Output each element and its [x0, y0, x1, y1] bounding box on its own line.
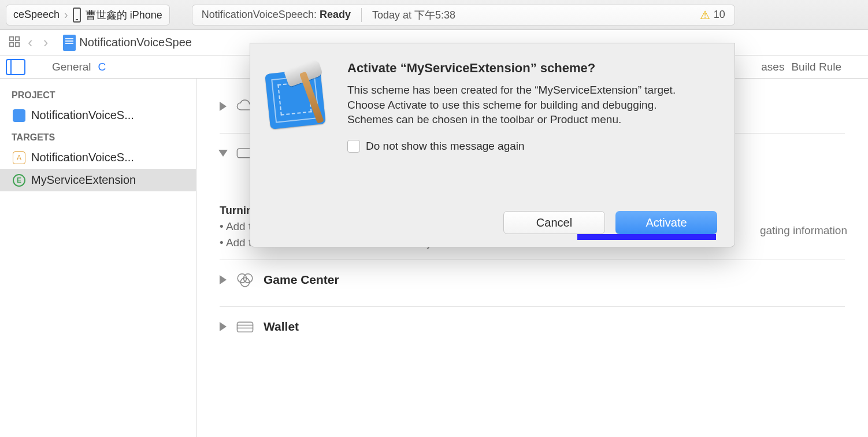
dialog-title: Activate “MyServiceExtension” scheme? — [347, 61, 717, 76]
tab-build-phases-partial[interactable]: ases — [758, 57, 788, 77]
forward-arrow-icon[interactable]: › — [40, 34, 52, 51]
sidebar-target-app[interactable]: A NotificationVoiceS... — [0, 146, 196, 169]
svg-rect-2 — [10, 42, 13, 46]
capability-label: Wallet — [264, 320, 299, 334]
app-target-icon: A — [13, 151, 25, 164]
chevron-right-icon: › — [64, 8, 68, 21]
sidebar-target-app-label: NotificationVoiceS... — [31, 151, 134, 164]
sidebar-header-project: PROJECT — [0, 84, 196, 104]
truncated-text: gating information — [760, 224, 847, 237]
divider — [220, 306, 845, 307]
tab-general[interactable]: General — [49, 57, 95, 77]
capability-wallet[interactable]: Wallet — [220, 310, 845, 343]
capability-game-center[interactable]: Game Center — [220, 264, 845, 296]
status-project: NotificationVoiceSpeech: — [202, 9, 317, 20]
cancel-button[interactable]: Cancel — [503, 211, 605, 234]
separator — [361, 8, 362, 22]
project-file-icon — [63, 35, 76, 51]
game-center-icon — [235, 269, 255, 290]
tab-capabilities-partial[interactable]: C — [95, 57, 110, 77]
sidebar-project-item[interactable]: NotificationVoiceS... — [0, 104, 196, 127]
activate-button[interactable]: Activate — [615, 211, 717, 234]
checkbox-label: Do not show this message again — [366, 140, 525, 153]
tab-build-rules[interactable]: Build Rule — [788, 57, 845, 77]
checkbox[interactable] — [347, 140, 360, 153]
warning-count: 10 — [714, 9, 725, 21]
dont-show-again-row[interactable]: Do not show this message again — [347, 140, 717, 153]
sidebar-project-label: NotificationVoiceS... — [31, 109, 134, 122]
activity-viewer[interactable]: NotificationVoiceSpeech: Ready Today at … — [192, 5, 735, 25]
back-arrow-icon[interactable]: ‹ — [24, 34, 36, 51]
scheme-name: ceSpeech — [13, 9, 60, 21]
scheme-selector[interactable]: ceSpeech › 曹世鑫的 iPhone — [6, 5, 170, 25]
disclosure-icon[interactable] — [220, 275, 227, 284]
disclosure-icon[interactable] — [220, 102, 227, 111]
disclosure-icon[interactable] — [220, 322, 227, 331]
warning-icon: ⚠︎ — [700, 8, 710, 22]
dialog-body-text: This scheme has been created for the “My… — [347, 83, 682, 127]
breadcrumb[interactable]: NotificationVoiceSpee — [79, 36, 192, 49]
outline-toggle-icon[interactable] — [6, 59, 25, 75]
svg-rect-3 — [16, 42, 19, 46]
divider — [220, 260, 845, 260]
svg-point-7 — [240, 278, 249, 287]
iphone-icon — [73, 8, 81, 23]
sidebar-target-extension[interactable]: E MyServiceExtension — [0, 169, 196, 191]
svg-rect-0 — [10, 36, 13, 40]
extension-target-icon: E — [13, 174, 25, 187]
project-icon — [13, 109, 25, 122]
status-time: Today at 下午5:38 — [372, 8, 455, 22]
related-items-icon[interactable] — [8, 35, 21, 50]
wallet-icon — [235, 316, 255, 337]
capability-label: Game Center — [264, 273, 339, 287]
focus-indicator — [577, 234, 716, 240]
toolbar: ceSpeech › 曹世鑫的 iPhone NotificationVoice… — [0, 0, 868, 30]
disclosure-icon[interactable] — [218, 150, 228, 157]
svg-rect-8 — [237, 322, 253, 332]
warning-indicator[interactable]: ⚠︎ 10 — [700, 8, 725, 22]
svg-point-6 — [243, 274, 252, 283]
device-name: 曹世鑫的 iPhone — [86, 8, 162, 22]
status-state: Ready — [320, 9, 351, 20]
project-sidebar: PROJECT NotificationVoiceS... TARGETS A … — [0, 79, 196, 437]
activate-scheme-dialog: Activate “MyServiceExtension” scheme? Th… — [250, 43, 735, 247]
svg-rect-1 — [16, 36, 19, 40]
sidebar-header-targets: TARGETS — [0, 127, 196, 146]
sidebar-target-ext-label: MyServiceExtension — [31, 173, 136, 187]
xcode-app-icon — [262, 60, 337, 135]
